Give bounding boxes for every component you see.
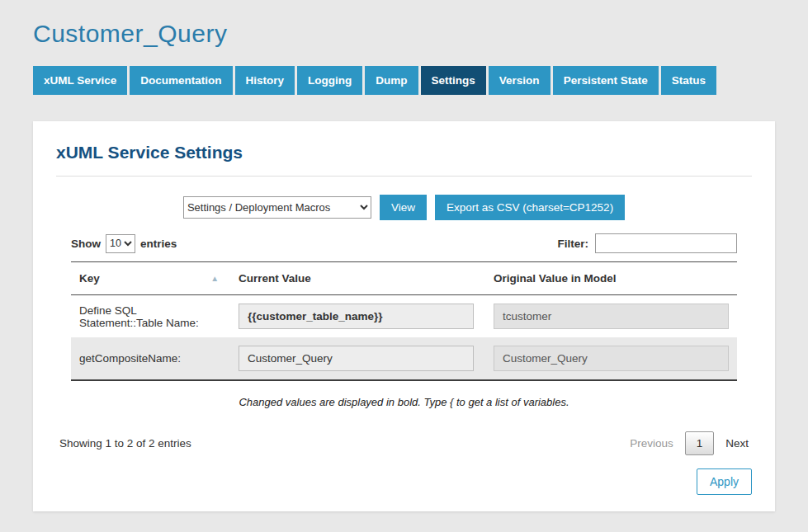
tab-persistent-state[interactable]: Persistent State (553, 66, 659, 95)
view-button[interactable]: View (380, 195, 427, 220)
row-key: getCompositeName: (71, 337, 230, 380)
page: Customer_Query xUML Service Documentatio… (0, 0, 808, 511)
row-key: Define SQL Statement::Table Name: (71, 295, 230, 338)
settings-panel: xUML Service Settings Settings / Deploym… (33, 121, 775, 511)
table-footer: Showing 1 to 2 of 2 entries Previous 1 N… (59, 431, 749, 455)
pagination-page-1[interactable]: 1 (685, 431, 715, 455)
filter-label: Filter: (557, 238, 588, 250)
original-value-field (494, 304, 729, 329)
table-header-row: Key ▲ Current Value Original Value in Mo… (71, 262, 737, 295)
tab-logging[interactable]: Logging (297, 66, 362, 95)
filter-input[interactable] (595, 233, 737, 253)
original-value-field (494, 346, 729, 371)
hint-text: Changed values are displayed in bold. Ty… (56, 396, 752, 408)
current-value-input[interactable] (239, 346, 474, 371)
column-header-key[interactable]: Key ▲ (71, 262, 230, 295)
tab-documentation[interactable]: Documentation (130, 66, 232, 95)
settings-table: Key ▲ Current Value Original Value in Mo… (71, 261, 737, 381)
page-title: Customer_Query (33, 20, 775, 48)
column-header-current-value[interactable]: Current Value (230, 262, 485, 295)
column-header-key-label: Key (79, 272, 100, 285)
pagination-next[interactable]: Next (725, 437, 749, 450)
tab-dump[interactable]: Dump (365, 66, 418, 95)
page-length-select[interactable]: 10 (106, 234, 135, 253)
tab-status[interactable]: Status (661, 66, 716, 95)
table-row: Define SQL Statement::Table Name: (71, 295, 737, 338)
column-header-original-value[interactable]: Original Value in Model (485, 262, 737, 295)
tab-settings[interactable]: Settings (421, 66, 486, 95)
export-csv-button[interactable]: Export as CSV (charset=CP1252) (435, 195, 625, 220)
table-row: getCompositeName: (71, 337, 737, 380)
macros-toolbar: Settings / Deployment Macros View Export… (56, 195, 752, 220)
apply-button[interactable]: Apply (697, 468, 752, 495)
apply-row: Apply (56, 468, 752, 495)
show-entries-suffix: entries (140, 238, 177, 250)
pagination: Previous 1 Next (630, 431, 749, 455)
entries-summary: Showing 1 to 2 of 2 entries (59, 437, 191, 450)
macros-select[interactable]: Settings / Deployment Macros (183, 196, 371, 219)
show-entries-prefix: Show (71, 238, 101, 250)
tab-xuml-service[interactable]: xUML Service (33, 66, 127, 95)
tab-bar: xUML Service Documentation History Loggi… (33, 66, 775, 95)
filter-control: Filter: (557, 233, 737, 253)
table-controls: Show 10 entries Filter: (71, 233, 737, 253)
panel-heading: xUML Service Settings (56, 143, 752, 177)
current-value-input[interactable] (239, 304, 474, 329)
show-entries: Show 10 entries (71, 234, 177, 253)
pagination-previous[interactable]: Previous (630, 437, 673, 450)
tab-history[interactable]: History (235, 66, 295, 95)
sort-ascending-icon: ▲ (210, 274, 219, 283)
tab-version[interactable]: Version (489, 66, 550, 95)
